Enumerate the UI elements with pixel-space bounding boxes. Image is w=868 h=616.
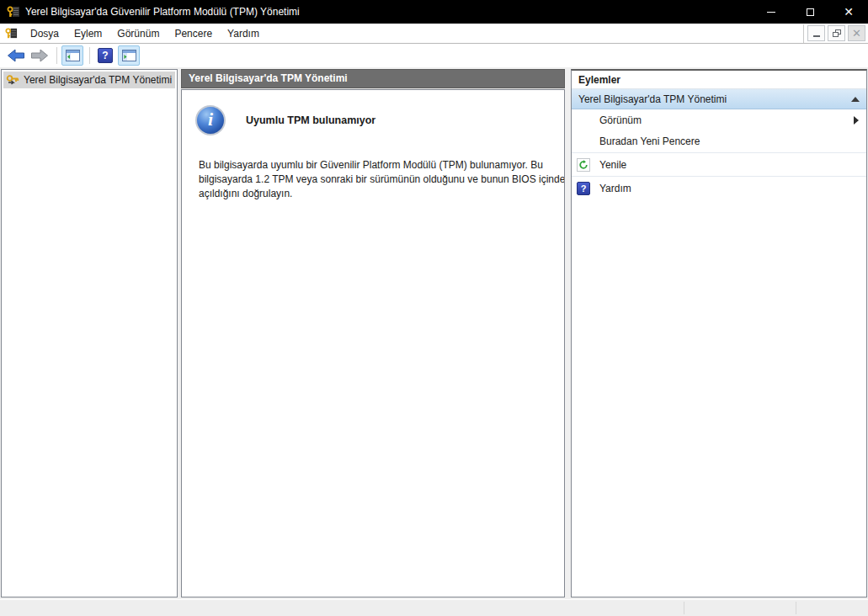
minimize-button[interactable] bbox=[752, 0, 791, 24]
mdi-window-buttons: ✕ bbox=[803, 24, 868, 44]
action-item-label: Yenile bbox=[599, 159, 626, 171]
menu-gorunum[interactable]: Görünüm bbox=[109, 24, 167, 44]
tpm-key-icon-small bbox=[5, 27, 18, 40]
results-pane: Yerel Bilgisayar'da TPM Yönetimi i Uyuml… bbox=[181, 69, 565, 597]
close-button[interactable]: ✕ bbox=[829, 0, 868, 24]
forward-icon bbox=[30, 49, 49, 62]
action-item-label: Görünüm bbox=[599, 114, 642, 126]
separator bbox=[56, 47, 57, 64]
close-icon: ✕ bbox=[844, 6, 854, 18]
icon-spacer bbox=[577, 114, 590, 127]
console-tree-pane: Yerel Bilgisayar'da TPM Yönetimi bbox=[1, 69, 178, 597]
results-pane-header: Yerel Bilgisayar'da TPM Yönetimi bbox=[181, 69, 565, 88]
restore-icon bbox=[833, 29, 841, 37]
separator bbox=[684, 602, 684, 614]
submenu-arrow-icon bbox=[854, 116, 859, 125]
separator bbox=[572, 176, 866, 177]
forward-button[interactable] bbox=[29, 45, 51, 66]
action-item-label: Buradan Yeni Pencere bbox=[599, 135, 700, 147]
menu-eylem[interactable]: Eylem bbox=[67, 24, 109, 44]
menu-yardim[interactable]: Yardım bbox=[220, 24, 267, 44]
separator bbox=[796, 602, 796, 614]
results-pane-body: i Uyumlu TPM bulunamıyor Bu bilgisayarda… bbox=[181, 89, 565, 597]
window-title: Yerel Bilgisayar'da Güvenilir Platform M… bbox=[25, 6, 300, 18]
separator bbox=[572, 152, 866, 153]
mdi-close-button[interactable]: ✕ bbox=[848, 25, 865, 41]
tpm-key-icon bbox=[6, 73, 19, 87]
menu-dosya[interactable]: Dosya bbox=[23, 24, 67, 44]
maximize-button[interactable] bbox=[791, 0, 829, 24]
actions-pane-title: Eylemler bbox=[572, 71, 866, 89]
action-item-label: Yardım bbox=[599, 183, 631, 194]
help-icon: ? bbox=[577, 182, 590, 195]
actions-group-header[interactable]: Yerel Bilgisayar'da TPM Yönetimi bbox=[572, 89, 866, 109]
mdi-minimize-button[interactable] bbox=[807, 25, 825, 41]
separator bbox=[89, 47, 90, 64]
icon-spacer bbox=[577, 135, 590, 148]
show-hide-console-tree-button[interactable] bbox=[61, 45, 83, 66]
info-icon: i bbox=[195, 105, 226, 135]
show-hide-console-tree-icon bbox=[66, 50, 80, 61]
action-item-yenile[interactable]: Yenile bbox=[572, 154, 866, 175]
menu-bar: Dosya Eylem Görünüm Pencere Yardım ✕ bbox=[0, 24, 868, 44]
action-item-yardim[interactable]: ? Yardım bbox=[572, 178, 866, 199]
show-hide-action-pane-icon bbox=[122, 50, 136, 61]
actions-group-title: Yerel Bilgisayar'da TPM Yönetimi bbox=[578, 93, 727, 105]
help-toolbar-button[interactable]: ? bbox=[94, 45, 116, 66]
tree-item-label: Yerel Bilgisayar'da TPM Yönetimi bbox=[24, 74, 172, 86]
title-bar: Yerel Bilgisayar'da Güvenilir Platform M… bbox=[0, 0, 868, 24]
actions-pane: Eylemler Yerel Bilgisayar'da TPM Yönetim… bbox=[571, 69, 867, 597]
toolbar: ? bbox=[0, 44, 868, 67]
back-button[interactable] bbox=[5, 45, 27, 66]
tpm-key-icon bbox=[7, 5, 20, 19]
minimize-icon bbox=[813, 35, 820, 37]
mdi-restore-button[interactable] bbox=[828, 25, 845, 41]
action-item-buradan-yeni-pencere[interactable]: Buradan Yeni Pencere bbox=[572, 130, 866, 151]
collapse-arrow-icon[interactable] bbox=[851, 97, 860, 102]
menu-pencere[interactable]: Pencere bbox=[167, 24, 220, 44]
action-item-gorunum[interactable]: Görünüm bbox=[572, 109, 866, 130]
close-icon: ✕ bbox=[852, 28, 861, 39]
tree-item-tpm-management[interactable]: Yerel Bilgisayar'da TPM Yönetimi bbox=[3, 72, 175, 88]
show-hide-action-pane-button[interactable] bbox=[118, 45, 140, 66]
refresh-icon bbox=[577, 158, 590, 172]
main-area: Yerel Bilgisayar'da TPM Yönetimi Yerel B… bbox=[0, 67, 868, 599]
back-icon bbox=[7, 49, 25, 62]
message-title: Uyumlu TPM bulunamıyor bbox=[246, 114, 375, 126]
tpm-management-window: Yerel Bilgisayar'da Güvenilir Platform M… bbox=[0, 0, 868, 616]
status-bar bbox=[0, 599, 868, 616]
separator bbox=[803, 24, 804, 43]
help-icon: ? bbox=[98, 48, 113, 63]
message-body: Bu bilgisayarda uyumlu bir Güvenilir Pla… bbox=[199, 158, 565, 201]
maximize-icon bbox=[807, 8, 814, 16]
minimize-icon bbox=[767, 12, 775, 13]
